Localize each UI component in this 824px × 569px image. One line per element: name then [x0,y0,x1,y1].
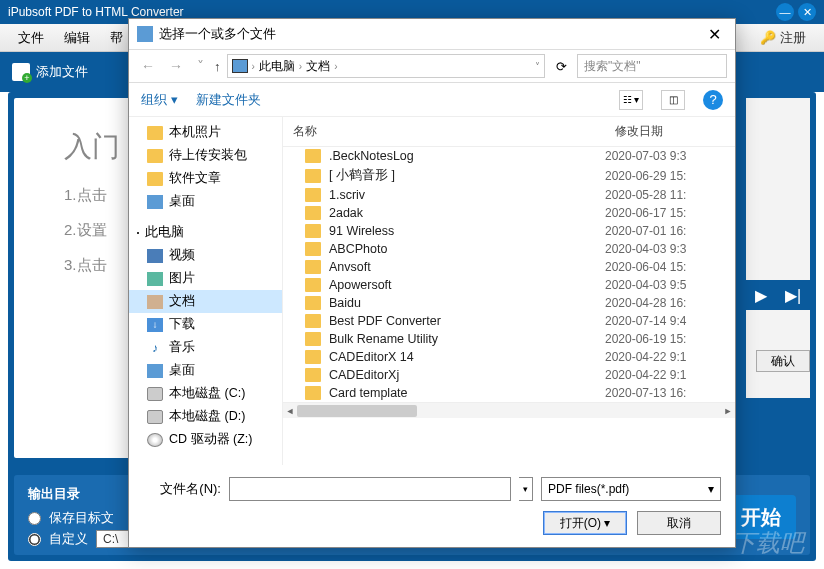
tree-desktop[interactable]: 桌面 [129,190,282,213]
list-item[interactable]: [ 小鹤音形 ]2020-06-29 15: [283,165,735,186]
breadcrumb-folder[interactable]: 文档 [306,58,330,75]
start-button[interactable]: 开始 [726,495,796,539]
filename-dropdown-icon[interactable]: ▾ [519,477,533,501]
chevron-right-icon[interactable]: › [334,61,337,72]
play-icon[interactable]: ▶ [755,286,767,305]
list-item[interactable]: Anvsoft2020-06-04 15: [283,258,735,276]
list-item[interactable]: CADEditorXj2020-04-22 9:1 [283,366,735,384]
list-item[interactable]: 1.scriv2020-05-28 11: [283,186,735,204]
tree-pending-install[interactable]: 待上传安装包 [129,144,282,167]
horizontal-scrollbar[interactable]: ◄ ► [283,402,735,418]
breadcrumb-root[interactable]: 此电脑 [259,58,295,75]
column-modified[interactable]: 修改日期 [605,117,735,146]
address-dropdown-icon[interactable]: ˅ [535,61,540,72]
file-date: 2020-04-03 9:3 [605,242,735,256]
list-header: 名称 修改日期 [283,117,735,147]
file-name: [ 小鹤音形 ] [329,167,605,184]
scroll-thumb[interactable] [297,405,417,417]
refresh-icon[interactable]: ⟳ [551,59,571,74]
chevron-right-icon[interactable]: › [299,61,302,72]
tree-pictures[interactable]: 图片 [129,267,282,290]
file-name: .BeckNotesLog [329,149,605,163]
key-icon: 🔑 [760,30,776,45]
folder-icon [305,242,321,256]
minimize-button[interactable]: — [776,3,794,21]
preview-pane-button[interactable]: ◫ [661,90,685,110]
list-item[interactable]: Best PDF Converter2020-07-14 9:4 [283,312,735,330]
player-controls: ▶ ▶| [746,280,810,310]
tree-disk-d[interactable]: 本地磁盘 (D:) [129,405,282,428]
file-open-dialog: 选择一个或多个文件 ✕ ← → ˅ ↑ › 此电脑 › 文档 › ˅ ⟳ 搜索"… [128,18,736,548]
search-input[interactable]: 搜索"文档" [577,54,727,78]
tree-this-pc[interactable]: 此电脑 [129,221,282,244]
scroll-right-icon[interactable]: ► [721,403,735,419]
tree-desktop-2[interactable]: 桌面 [129,359,282,382]
folder-icon [305,350,321,364]
address-bar[interactable]: › 此电脑 › 文档 › ˅ [227,54,546,78]
list-item[interactable]: Card template2020-07-13 16: [283,384,735,402]
list-item[interactable]: 2adak2020-06-17 15: [283,204,735,222]
list-item[interactable]: CADEditorX 142020-04-22 9:1 [283,348,735,366]
tree-videos[interactable]: 视频 [129,244,282,267]
radio-custom[interactable] [28,533,41,546]
list-item[interactable]: .BeckNotesLog2020-07-03 9:3 [283,147,735,165]
file-date: 2020-04-03 9:5 [605,278,735,292]
tree-downloads[interactable]: 下载 [129,313,282,336]
list-item[interactable]: 91 Wireless2020-07-01 16: [283,222,735,240]
file-type-filter[interactable]: PDF files(*.pdf) ▾ [541,477,721,501]
cancel-button[interactable]: 取消 [637,511,721,535]
file-name: Card template [329,386,605,400]
tree-local-photos[interactable]: 本机照片 [129,121,282,144]
chevron-right-icon[interactable]: › [252,61,255,72]
folder-icon [305,332,321,346]
chevron-down-icon: ▾ [708,482,714,496]
dialog-icon [137,26,153,42]
open-button[interactable]: 打开(O) ▾ [543,511,627,535]
folder-icon [147,149,163,163]
dialog-close-button[interactable]: ✕ [702,25,727,44]
tree-cd-drive[interactable]: CD 驱动器 (Z:) [129,428,282,451]
file-date: 2020-06-29 15: [605,169,735,183]
filename-input[interactable] [229,477,511,501]
dialog-nav-bar: ← → ˅ ↑ › 此电脑 › 文档 › ˅ ⟳ 搜索"文档" [129,49,735,83]
help-icon[interactable]: ? [703,90,723,110]
radio-custom-label: 自定义 [49,530,88,548]
disk-icon [147,410,163,424]
tree-music[interactable]: 音乐 [129,336,282,359]
menu-edit[interactable]: 编辑 [54,29,100,47]
organize-menu[interactable]: 组织 ▾ [141,91,178,109]
nav-back-icon[interactable]: ← [137,58,159,74]
next-icon[interactable]: ▶| [785,286,801,305]
folder-tree[interactable]: 本机照片 待上传安装包 软件文章 桌面 此电脑 视频 图片 文档 下载 音乐 桌… [129,117,283,465]
dialog-title-bar: 选择一个或多个文件 ✕ [129,19,735,49]
document-icon [147,295,163,309]
list-item[interactable]: Baidu2020-04-28 16: [283,294,735,312]
confirm-button[interactable]: 确认 [756,350,810,372]
list-item[interactable]: ABCPhoto2020-04-03 9:3 [283,240,735,258]
register-button[interactable]: 🔑 注册 [750,27,816,49]
column-name[interactable]: 名称 [283,117,605,146]
file-name: CADEditorXj [329,368,605,382]
video-icon [147,249,163,263]
tree-documents[interactable]: 文档 [129,290,282,313]
dialog-toolbar: 组织 ▾ 新建文件夹 ☷ ▾ ◫ ? [129,83,735,117]
file-list[interactable]: 名称 修改日期 .BeckNotesLog2020-07-03 9:3[ 小鹤音… [283,117,735,465]
nav-up-icon[interactable]: ↑ [214,59,221,74]
download-icon [147,318,163,332]
list-item[interactable]: Bulk Rename Utility2020-06-19 15: [283,330,735,348]
file-date: 2020-05-28 11: [605,188,735,202]
dialog-footer: 文件名(N): ▾ PDF files(*.pdf) ▾ 打开(O) ▾ 取消 [129,465,735,547]
view-mode-button[interactable]: ☷ ▾ [619,90,643,110]
nav-forward-icon[interactable]: → [165,58,187,74]
list-item[interactable]: Apowersoft2020-04-03 9:5 [283,276,735,294]
tree-disk-c[interactable]: 本地磁盘 (C:) [129,382,282,405]
nav-recent-icon[interactable]: ˅ [193,58,208,74]
add-files-button[interactable]: 添加文件 [12,63,88,81]
menu-file[interactable]: 文件 [8,29,54,47]
close-button[interactable]: ✕ [798,3,816,21]
radio-save-target[interactable] [28,512,41,525]
picture-icon [147,272,163,286]
new-folder-button[interactable]: 新建文件夹 [196,91,261,109]
scroll-left-icon[interactable]: ◄ [283,403,297,419]
tree-software-articles[interactable]: 软件文章 [129,167,282,190]
